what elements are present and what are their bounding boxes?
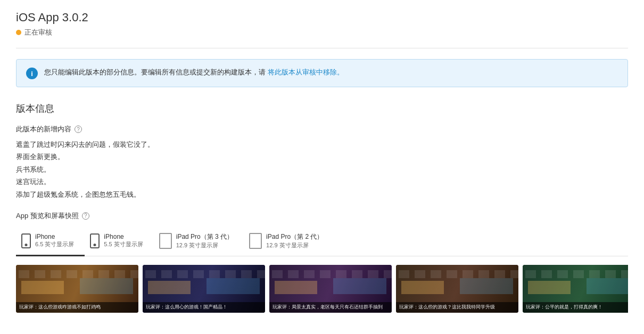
device-tab-0[interactable]: iPhone6.5 英寸显示屏 — [16, 227, 85, 256]
screenshot-overlay-4: 玩家评：公平的就是，打得真的爽！ — [523, 302, 628, 313]
device-tab-1[interactable]: iPhone5.5 英寸显示屏 — [85, 227, 153, 256]
banner-text: 您只能编辑此版本的部分信息。要编辑所有信息或提交新的构建版本，请 将此版本从审核… — [44, 67, 344, 78]
screenshot-thumb-0[interactable]: 玩家评：这么些游戏咋游戏不如打鸡鸣 — [16, 265, 138, 313]
divider-top — [16, 48, 628, 48]
new-content-line: 兵书系统。 — [16, 163, 628, 176]
device-tabs: iPhone6.5 英寸显示屏iPhone5.5 英寸显示屏iPad Pro（第… — [16, 227, 628, 256]
info-banner: i 您只能编辑此版本的部分信息。要编辑所有信息或提交新的构建版本，请 将此版本从… — [16, 59, 628, 87]
preview-label: App 预览和屏幕快照 — [16, 211, 79, 221]
new-content-line: 迷宫玩法。 — [16, 176, 628, 188]
device-tab-3[interactable]: iPad Pro（第 2 代）12.9 英寸显示屏 — [244, 227, 334, 256]
new-content-line: 遮盖了跳过时闪来闪去的问题，假装它没了。 — [16, 138, 628, 151]
new-content-line: 添加了超级氪金系统，企图忽悠五毛钱。 — [16, 188, 628, 201]
screenshot-overlay-2: 玩家评：局景太真实，老区每天只有石还结群手抽到 — [269, 302, 392, 313]
page-container: iOS App 3.0.2 正在审核 i 您只能编辑此版本的部分信息。要编辑所有… — [0, 0, 644, 323]
screenshot-thumb-2[interactable]: 玩家评：局景太真实，老区每天只有石还结群手抽到 — [269, 265, 392, 313]
section-title: 版本信息 — [16, 102, 628, 115]
screenshot-overlay-0: 玩家评：这么些游戏咋游戏不如打鸡鸣 — [16, 302, 138, 313]
preview-label-row: App 预览和屏幕快照 ? — [16, 211, 628, 221]
phone-icon — [21, 233, 31, 248]
info-icon: i — [26, 68, 38, 79]
screenshot-thumb-4[interactable]: 玩家评：公平的就是，打得真的爽！ — [523, 265, 628, 313]
device-tab-name: iPhone — [104, 233, 143, 240]
screenshot-thumb-1[interactable]: 玩家评：这么用心的游戏！国产精品！ — [143, 265, 265, 313]
screenshot-overlay-3: 玩家评：这么些的游戏？这比我我特同学升级 — [396, 302, 518, 313]
new-content-label: 此版本的新增内容 — [16, 124, 71, 134]
banner-link[interactable]: 将此版本从审核中移除。 — [268, 68, 344, 76]
tablet-icon — [249, 233, 262, 249]
new-content-label-row: 此版本的新增内容 ? — [16, 124, 628, 134]
new-content-text: 遮盖了跳过时闪来闪去的问题，假装它没了。界面全新更换。兵书系统。迷宫玩法。添加了… — [16, 138, 628, 201]
device-tab-name: iPad Pro（第 2 代） — [266, 232, 323, 241]
app-title: iOS App 3.0.2 — [16, 11, 628, 24]
phone-icon — [90, 233, 100, 248]
device-tab-name: iPad Pro（第 3 代） — [176, 232, 233, 241]
status-row: 正在审核 — [16, 28, 628, 37]
status-indicator — [16, 30, 21, 35]
device-tab-name: iPhone — [35, 233, 74, 240]
screenshot-overlay-1: 玩家评：这么用心的游戏！国产精品！ — [143, 302, 265, 313]
device-tab-size: 12.9 英寸显示屏 — [176, 241, 233, 249]
new-content-line: 界面全新更换。 — [16, 151, 628, 163]
screenshots-row: 玩家评：这么些游戏咋游戏不如打鸡鸣玩家评：这么用心的游戏！国产精品！玩家评：局景… — [16, 265, 628, 313]
status-text: 正在审核 — [24, 28, 52, 37]
screenshot-thumb-3[interactable]: 玩家评：这么些的游戏？这比我我特同学升级 — [396, 265, 518, 313]
tablet-icon — [159, 233, 172, 249]
device-tab-size: 5.5 英寸显示屏 — [104, 240, 143, 248]
version-info-section: 版本信息 此版本的新增内容 ? 遮盖了跳过时闪来闪去的问题，假装它没了。界面全新… — [16, 102, 628, 313]
device-tab-2[interactable]: iPad Pro（第 3 代）12.9 英寸显示屏 — [154, 227, 244, 256]
banner-message: 您只能编辑此版本的部分信息。要编辑所有信息或提交新的构建版本，请 — [44, 68, 266, 76]
device-tab-size: 6.5 英寸显示屏 — [35, 240, 74, 248]
help-icon-preview[interactable]: ? — [82, 212, 89, 220]
help-icon-new-content[interactable]: ? — [75, 126, 82, 133]
device-tab-size: 12.9 英寸显示屏 — [266, 241, 323, 249]
